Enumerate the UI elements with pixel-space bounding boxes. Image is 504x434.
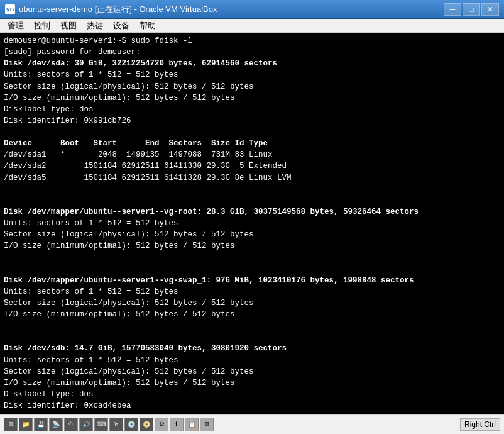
terminal-line: Units: sectors of 1 * 512 = 512 bytes xyxy=(4,69,500,81)
status-icon-network[interactable]: 📡 xyxy=(49,418,63,431)
terminal-line: Disk /dev/mapper/ubuntu--server1--vg-swa… xyxy=(4,275,500,286)
terminal-line: I/O size (minimum/optimal): 512 bytes / … xyxy=(4,377,500,389)
terminal-line: Disklabel type: dos xyxy=(4,389,500,400)
status-icon-settings[interactable]: ⚙ xyxy=(155,418,168,431)
status-icon-display[interactable]: 🖥 xyxy=(4,418,18,431)
status-icon-monitor[interactable]: 🖥 xyxy=(200,418,214,431)
status-icons: 🖥 📁 💾 📡 🔌 🔊 ⌨ 🖱 💿 📀 ⚙ ℹ 📋 🖥 xyxy=(4,418,214,431)
terminal-line xyxy=(4,184,500,195)
terminal-line: /dev/sda2 1501184 62912511 61411330 29.3… xyxy=(4,160,500,172)
menu-control[interactable]: 控制 xyxy=(29,19,55,33)
menu-bar: 管理 控制 视图 热键 设备 帮助 xyxy=(0,19,504,33)
terminal-line: [sudo] password for demouser: xyxy=(4,47,500,58)
terminal-line: Disklabel type: dos xyxy=(4,104,500,115)
menu-hotkey[interactable]: 热键 xyxy=(82,19,108,33)
terminal-area[interactable]: demouser@ubuntu-server1:~$ sudo fdisk -l… xyxy=(0,33,504,414)
status-icon-cd[interactable]: 💿 xyxy=(124,418,138,431)
status-icon-dvd[interactable]: 📀 xyxy=(140,418,153,431)
terminal-line: Disk /dev/mapper/ubuntu--server1--vg-roo… xyxy=(4,206,500,218)
terminal-line: I/O size (minimum/optimal): 512 bytes / … xyxy=(4,309,500,320)
window-title: ubuntu-server-demo [正在运行] - Oracle VM Vi… xyxy=(19,4,217,15)
terminal-line: I/O size (minimum/optimal): 512 bytes / … xyxy=(4,240,500,252)
maximize-button[interactable]: □ xyxy=(463,3,480,16)
terminal-line: Sector size (logical/physical): 512 byte… xyxy=(4,229,500,240)
terminal-line xyxy=(4,264,500,275)
status-icon-disk[interactable]: 💾 xyxy=(34,418,48,431)
terminal-line: /dev/sda5 1501184 62912511 61411328 29.3… xyxy=(4,172,500,184)
status-icon-clipboard[interactable]: 📋 xyxy=(185,418,199,431)
terminal-line xyxy=(4,126,500,138)
status-icon-info[interactable]: ℹ xyxy=(170,418,184,431)
status-icon-folder[interactable]: 📁 xyxy=(19,418,33,431)
terminal-line: Sector size (logical/physical): 512 byte… xyxy=(4,81,500,92)
terminal-line xyxy=(4,252,500,263)
title-bar: VB ubuntu-server-demo [正在运行] - Oracle VM… xyxy=(0,0,504,19)
terminal-line: I/O size (minimum/optimal): 512 bytes / … xyxy=(4,92,500,104)
terminal-line: demouser@ubuntu-server1:~$ sudo fdisk -l xyxy=(4,35,500,47)
title-bar-left: VB ubuntu-server-demo [正在运行] - Oracle VM… xyxy=(5,4,217,15)
status-icon-usb[interactable]: 🔌 xyxy=(64,418,78,431)
terminal-line: /dev/sda1 * 2048 1499135 1497088 731M 83… xyxy=(4,149,500,160)
status-icon-audio[interactable]: 🔊 xyxy=(79,418,93,431)
terminal-line: Device Boot Start End Sectors Size Id Ty… xyxy=(4,138,500,149)
terminal-line: Sector size (logical/physical): 512 byte… xyxy=(4,366,500,377)
terminal-line: Sector size (logical/physical): 512 byte… xyxy=(4,298,500,309)
terminal-line: Disk identifier: 0x991cb726 xyxy=(4,115,500,126)
menu-devices[interactable]: 设备 xyxy=(108,19,134,33)
close-button[interactable]: ✕ xyxy=(481,3,499,16)
terminal-line: Disk /dev/sda: 30 GiB, 32212254720 bytes… xyxy=(4,58,500,69)
status-icon-mouse[interactable]: 🖱 xyxy=(109,418,123,431)
terminal-line xyxy=(4,331,500,343)
right-ctrl-label: Right Ctrl xyxy=(460,418,500,431)
terminal-line xyxy=(4,320,500,331)
terminal-line: Units: sectors of 1 * 512 = 512 bytes xyxy=(4,218,500,229)
menu-help[interactable]: 帮助 xyxy=(134,19,161,33)
status-bar: 🖥 📁 💾 📡 🔌 🔊 ⌨ 🖱 💿 📀 ⚙ ℹ 📋 🖥 Right Ctrl xyxy=(0,414,504,434)
terminal-line: Disk /dev/sdb: 14.7 GiB, 15770583040 byt… xyxy=(4,343,500,354)
minimize-button[interactable]: ─ xyxy=(444,3,461,16)
terminal-line xyxy=(4,195,500,206)
menu-view[interactable]: 视图 xyxy=(55,19,82,33)
window-controls: ─ □ ✕ xyxy=(444,3,499,16)
virtualbox-icon: VB xyxy=(5,4,15,14)
menu-manage[interactable]: 管理 xyxy=(3,19,29,33)
status-icon-keyboard[interactable]: ⌨ xyxy=(94,418,108,431)
terminal-line: Units: sectors of 1 * 512 = 512 bytes xyxy=(4,286,500,298)
terminal-line: Units: sectors of 1 * 512 = 512 bytes xyxy=(4,355,500,366)
terminal-line: Disk identifier: 0xcad4ebea xyxy=(4,400,500,411)
